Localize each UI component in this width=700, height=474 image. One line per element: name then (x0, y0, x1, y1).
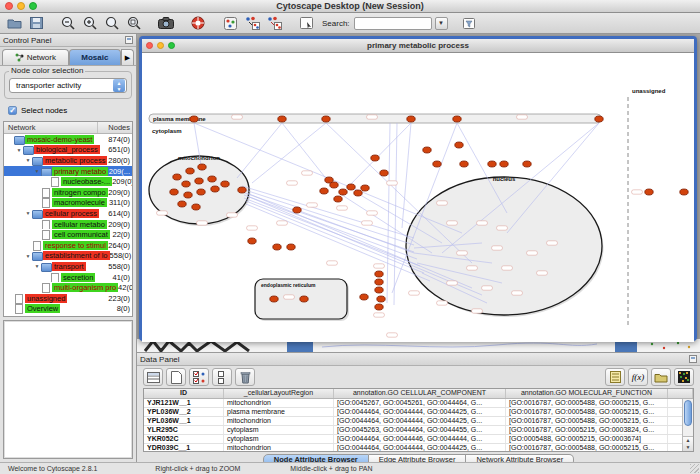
tree-row[interactable]: mosaic-demo-yeast874(0) (4, 134, 132, 145)
table-cell: YPL036W__1 (144, 417, 224, 425)
delete-attribute-icon[interactable] (235, 368, 255, 386)
float-data-panel-icon[interactable] (689, 355, 697, 363)
tab-mosaic[interactable]: Mosaic (69, 49, 121, 65)
select-nodes-checkbox[interactable]: ✓ (8, 106, 17, 115)
import-attributes-icon[interactable] (651, 368, 671, 386)
tree-row[interactable]: Overview8(0) (4, 304, 132, 315)
tree-row[interactable]: ▼biological_process651(0) (4, 145, 132, 156)
table-cell: mitochondrion (224, 444, 334, 452)
more-tabs-button[interactable]: ▶ (121, 49, 134, 65)
help-lifering-icon[interactable] (188, 14, 208, 32)
network-desktop: primary metabolic process plasma membran… (137, 34, 700, 352)
table-column-header[interactable]: ID (144, 389, 224, 398)
snapshot-camera-icon[interactable] (156, 14, 176, 32)
tree-row-label: nitrogen compo (52, 188, 108, 197)
tree-expander-icon[interactable]: ▼ (24, 253, 32, 259)
matrix-icon[interactable] (674, 368, 694, 386)
zoom-selected-icon[interactable] (124, 14, 144, 32)
tree-col-network[interactable]: Network (4, 122, 98, 133)
svg-text:nucleus: nucleus (493, 176, 516, 182)
select-attributes-icon[interactable] (189, 368, 209, 386)
table-column-header[interactable]: annotation.GO MOLECULAR_FUNCTION (506, 389, 668, 398)
tree-row-label: nucleobase-... (61, 177, 112, 186)
float-panel-icon[interactable] (125, 36, 133, 44)
scrollbar-buttons[interactable]: ▲▼ (683, 436, 693, 451)
tree-row-node-count: 651(0) (108, 145, 132, 154)
table-row[interactable]: YPL036W__1mitochondrion[GO:0044464, GO:0… (144, 417, 693, 426)
function-builder-icon[interactable]: f(x) (628, 368, 648, 386)
tree-row[interactable]: cellular metabo209(0) (4, 219, 132, 230)
network-canvas[interactable]: plasma membranecytoplasmmitochondrionnuc… (142, 53, 694, 342)
tree-expander-icon[interactable]: ▼ (33, 168, 41, 174)
annotation-list-icon[interactable] (605, 368, 625, 386)
new-network-selected-nodes-selected-edges-icon[interactable] (264, 14, 284, 32)
tree-row-label: response to stimul (43, 241, 108, 250)
tree-col-nodes[interactable]: Nodes (98, 122, 132, 133)
birds-eye-view[interactable] (3, 320, 133, 459)
layout-icon[interactable] (220, 14, 240, 32)
save-icon[interactable] (26, 14, 46, 32)
table-cell: [GO:0044464, GO:0044444, GO:0044425, G..… (334, 417, 506, 425)
tree-row[interactable]: ▼metabolic process280(0) (4, 155, 132, 166)
scrollbar-thumb[interactable] (684, 400, 692, 426)
tree-row-node-count: 614(0) (108, 209, 132, 218)
tree-row[interactable]: nucleobase-...209(0) (4, 176, 132, 187)
node-color-combobox[interactable]: transporter activity ▲▼ (9, 78, 127, 93)
tree-expander-icon[interactable]: ▼ (33, 263, 41, 269)
network-graph[interactable]: plasma membranecytoplasmmitochondrionnuc… (142, 53, 694, 338)
tree-row-label: multi-organism pro (52, 283, 118, 292)
table-cell: mitochondrion (224, 417, 334, 425)
tab-network[interactable]: Network (2, 49, 69, 65)
tree-row[interactable]: ▼establishment of lo558(0) (4, 251, 132, 262)
tree-expander-icon[interactable]: ▼ (15, 147, 23, 153)
tree-row[interactable]: secretion41(0) (4, 272, 132, 283)
tree-row[interactable]: macromolecule311(0) (4, 198, 132, 209)
annotation-icon[interactable] (296, 14, 316, 32)
tree-row[interactable]: unassigned223(0) (4, 293, 132, 304)
search-dropdown-button[interactable]: ▼ (435, 17, 448, 30)
network-view-title: primary metabolic process (142, 41, 694, 50)
tree-row[interactable]: ▼primary metabo209(... (4, 166, 132, 177)
file-icon (41, 189, 51, 196)
tree-expander-icon[interactable]: ▼ (24, 157, 32, 163)
table-row[interactable]: YJR121W__1mitochondrion[GO:0045267, GO:0… (144, 399, 693, 408)
table-row[interactable]: YKR052Ccytoplasm[GO:0044464, GO:0044446,… (144, 435, 693, 444)
new-network-selected-nodes-all-edges-icon[interactable] (242, 14, 262, 32)
tree-row[interactable]: nitrogen compo209(0) (4, 187, 132, 198)
tree-row[interactable]: ▼cellular process614(0) (4, 208, 132, 219)
tree-row-label: cell communicat (52, 230, 110, 239)
table-column-header[interactable]: _cellularLayoutRegion (224, 389, 334, 398)
network-view-titlebar[interactable]: primary metabolic process (142, 39, 694, 53)
table-column-header[interactable]: annotation.GO CELLULAR_COMPONENT (334, 389, 506, 398)
cytoscape-app: Cytoscape Desktop (New Session) Search: … (0, 0, 700, 474)
resize-grip[interactable] (690, 464, 699, 473)
unselect-attributes-icon[interactable] (212, 368, 232, 386)
table-row[interactable]: YLR295Ccytoplasm[GO:0045263, GO:0044464,… (144, 426, 693, 435)
open-icon[interactable] (4, 14, 24, 32)
zoom-out-icon[interactable] (58, 14, 78, 32)
search-input[interactable] (354, 17, 432, 30)
tree-row[interactable]: ▼transport558(0) (4, 261, 132, 272)
table-row[interactable]: YDR039C__1mitochondrion[GO:0044464, GO:0… (144, 444, 693, 452)
table-cell: [GO:0016787, GO:0005488, GO:0005215, G..… (506, 408, 668, 416)
tree-row[interactable]: response to stimul264(0) (4, 240, 132, 251)
tree-row-label: establishment of lo (43, 251, 110, 260)
network-tree-rows: mosaic-demo-yeast874(0)▼biological_proce… (4, 134, 132, 316)
table-column-filler (668, 389, 693, 398)
table-scrollbar[interactable]: ▲▼ (682, 399, 693, 451)
tree-expander-icon[interactable]: ▼ (24, 210, 32, 216)
configure-search-icon[interactable] (460, 14, 480, 32)
file-icon (41, 199, 51, 206)
new-attribute-icon[interactable] (166, 368, 186, 386)
table-cell: cytoplasm (224, 435, 334, 443)
table-row[interactable]: YPL036W__2plasma membrane[GO:0044464, GO… (144, 408, 693, 417)
zoom-fit-icon[interactable] (102, 14, 122, 32)
tree-row[interactable]: cell communicat22(0) (4, 229, 132, 240)
attribute-table-icon[interactable] (143, 368, 163, 386)
tree-row[interactable]: multi-organism pro42(0) (4, 282, 132, 293)
zoom-in-icon[interactable] (80, 14, 100, 32)
tree-row-label: transport (52, 262, 86, 271)
tab-mosaic-label: Mosaic (81, 53, 108, 62)
svg-text:endoplasmic reticulum: endoplasmic reticulum (261, 282, 316, 288)
file-icon (41, 231, 51, 238)
